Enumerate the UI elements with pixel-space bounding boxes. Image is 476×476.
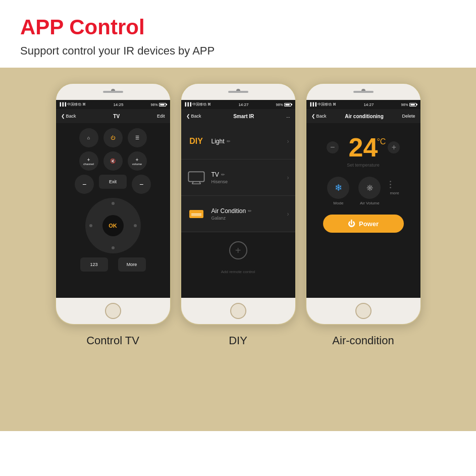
phone-diy-container: ▌▌▌中国移动 ⌘ 14:27 96% ❮ — [180, 83, 296, 347]
chevron-diy: › — [287, 138, 289, 145]
subtitle: Support control your IR devices by APP — [20, 44, 456, 58]
phone-top-bar-diy — [181, 84, 295, 100]
air-volume-control[interactable]: ❋ Air Volume — [358, 177, 381, 205]
diy-icon: DIY — [187, 134, 205, 148]
exit-btn[interactable]: Exit — [99, 175, 127, 189]
ac-label: Air-condition — [332, 334, 394, 347]
phones-row: ▌▌▌中国移动 ⌘ 14:25 96% — [10, 83, 466, 347]
power-icon: ⏻ — [348, 220, 355, 228]
phone-top-bar-ac — [306, 84, 420, 100]
tv-screen: ▌▌▌中国移动 ⌘ 14:25 96% — [56, 100, 170, 298]
ac-icon-ir — [187, 207, 205, 221]
phone-diy: ▌▌▌中国移动 ⌘ 14:27 96% ❮ — [180, 83, 296, 325]
temperature-value: 24 — [349, 133, 378, 162]
phone-bottom-bar-tv — [56, 298, 170, 324]
temp-label: Set temperature — [347, 163, 380, 168]
nav-title-tv: TV — [113, 114, 120, 119]
phone-bottom-bar-ac — [306, 298, 420, 324]
mode-control[interactable]: ❄ Mode — [327, 177, 349, 205]
phone-ac-container: ▌▌▌中国移动 ⌘ 14:27 96% ❮ — [305, 83, 421, 347]
carrier-tv: ▌▌▌中国移动 ⌘ — [60, 102, 86, 107]
temp-decrease-btn[interactable]: − — [327, 141, 339, 153]
menu-btn[interactable]: ☰ — [128, 128, 147, 147]
edit-icon-diy: ✏ — [227, 139, 231, 144]
temperature-display: − 24 °C + — [327, 134, 400, 161]
speaker-ac — [353, 91, 374, 93]
ok-btn[interactable]: OK — [102, 215, 124, 236]
speaker-tv — [103, 91, 123, 93]
phone-bottom-bar-diy — [181, 298, 295, 324]
temp-increase-btn[interactable]: + — [388, 141, 400, 153]
more-btn-diy[interactable]: ... — [286, 114, 290, 119]
more-label: more — [390, 191, 399, 195]
mode-label: Mode — [333, 201, 343, 205]
remote-row-2: + channel 🔇 + volume — [62, 151, 164, 171]
home-button-tv[interactable] — [105, 303, 121, 319]
add-remote-btn[interactable]: + — [181, 232, 295, 269]
power-label: Power — [359, 220, 379, 228]
status-bar-tv: ▌▌▌中国移动 ⌘ 14:25 96% — [56, 100, 170, 109]
svg-rect-7 — [195, 216, 198, 218]
nav-bar-tv: ❮ Back TV Edit — [56, 109, 170, 123]
phone-top-bar-tv — [56, 84, 170, 100]
add-remote-label: Add remote control — [181, 270, 295, 274]
svg-rect-0 — [188, 172, 204, 182]
edit-btn-tv[interactable]: Edit — [157, 114, 165, 119]
ir-item-ac[interactable]: Air Condition ✏ Galanz › — [181, 196, 295, 232]
header-section: APP Control Support control your IR devi… — [0, 0, 476, 68]
more-dots-control[interactable]: more — [390, 181, 399, 201]
home-button-diy[interactable] — [230, 303, 246, 319]
tv-label: Control TV — [86, 334, 139, 347]
battery-ac — [409, 103, 416, 107]
air-volume-label: Air Volume — [360, 201, 380, 205]
remote-row-1: ⌂ ⏻ ☰ — [62, 128, 164, 147]
speaker-diy — [228, 91, 248, 93]
diy-screen: ▌▌▌中国移动 ⌘ 14:27 96% ❮ — [181, 100, 295, 298]
nav-bar-ac: ❮ Back Air conditioning Delete — [306, 109, 420, 123]
home-btn[interactable]: ⌂ — [79, 128, 98, 147]
chevron-tv: › — [287, 174, 289, 181]
back-btn-ac[interactable]: ❮ Back — [311, 114, 327, 119]
nav-bar-diy: ❮ Back Smart IR ... — [181, 109, 295, 123]
vol-minus-btn[interactable]: − — [132, 175, 151, 194]
remote-row-3: − Exit − — [62, 175, 164, 194]
ch-minus-btn[interactable]: + channel — [79, 151, 98, 171]
temp-unit: °C — [377, 137, 386, 146]
main-title: APP Control — [20, 15, 456, 39]
tv-remote-content: ⌂ ⏻ ☰ + channel 🔇 — [56, 123, 170, 298]
edit-icon-ac: ✏ — [248, 208, 252, 214]
dpad[interactable]: OK — [85, 198, 141, 253]
mute-btn[interactable]: 🔇 — [103, 151, 123, 171]
vol-plus-btn[interactable]: + volume — [128, 151, 147, 171]
ac-control-content: − 24 °C + Set temperature — [306, 123, 420, 298]
tv-icon-ir — [187, 171, 205, 185]
delete-btn-ac[interactable]: Delete — [402, 114, 415, 119]
power-btn[interactable]: ⏻ — [103, 128, 123, 147]
num-btn[interactable]: 123 — [80, 257, 108, 272]
status-bar-ac: ▌▌▌中国移动 ⌘ 14:27 96% — [306, 100, 420, 109]
bottom-remote-row: 123 More — [80, 257, 146, 272]
more-btn[interactable]: More — [118, 257, 146, 272]
diy-label: DIY — [229, 334, 247, 347]
edit-icon-tv: ✏ — [221, 172, 225, 177]
status-bar-diy: ▌▌▌中国移动 ⌘ 14:27 96% — [181, 100, 295, 109]
ir-item-tv[interactable]: TV ✏ Hisense › — [181, 160, 295, 196]
smart-ir-content: DIY Light ✏ › — [181, 123, 295, 298]
power-button[interactable]: ⏻ Power — [323, 215, 404, 233]
ac-screen: ▌▌▌中国移动 ⌘ 14:27 96% ❮ — [306, 100, 420, 298]
back-btn-tv[interactable]: ❮ Back — [61, 114, 76, 119]
phones-section: ▌▌▌中国移动 ⌘ 14:25 96% — [0, 68, 476, 431]
ch-plus-btn[interactable]: − — [75, 175, 94, 194]
nav-title-ac: Air conditioning — [345, 114, 384, 119]
ir-item-diy[interactable]: DIY Light ✏ › — [181, 123, 295, 160]
phone-tv-container: ▌▌▌中国移动 ⌘ 14:25 96% — [55, 83, 171, 347]
back-btn-diy[interactable]: ❮ Back — [186, 114, 201, 119]
battery-tv — [159, 103, 166, 107]
battery-diy — [284, 103, 291, 107]
ac-controls-row: ❄ Mode ❋ Air Volume — [327, 177, 399, 205]
snowflake-icon: ❄ — [335, 182, 342, 193]
phone-ac: ▌▌▌中国移动 ⌘ 14:27 96% ❮ — [305, 83, 421, 325]
phone-tv: ▌▌▌中国移动 ⌘ 14:25 96% — [55, 83, 171, 325]
home-button-ac[interactable] — [355, 303, 372, 319]
nav-title-diy: Smart IR — [233, 114, 254, 119]
